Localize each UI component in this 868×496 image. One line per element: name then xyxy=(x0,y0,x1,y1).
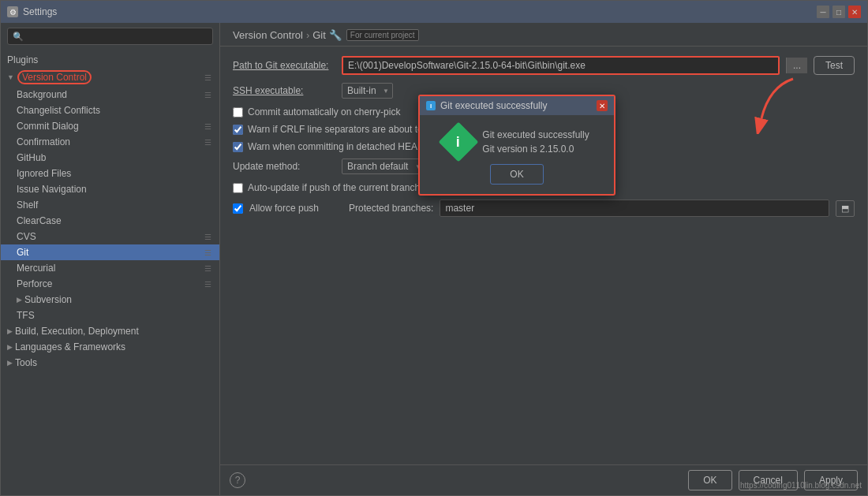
watermark: https://coding0110lin.blog.csdn.net xyxy=(740,481,862,490)
tools-arrow: ▶ xyxy=(7,359,13,367)
sidebar-item-tools[interactable]: ▶ Tools xyxy=(1,355,219,371)
project-badge: For current project xyxy=(346,29,419,41)
content-area: 🔍 Plugins ▼ Version Control ☰ Background… xyxy=(1,23,867,495)
sidebar-item-shelf[interactable]: Shelf xyxy=(1,197,219,213)
build-arrow: ▶ xyxy=(7,327,13,335)
title-bar: ⚙ Settings ─ □ ✕ xyxy=(1,1,867,23)
git-dialog-title-bar: I Git executed successfully ✕ xyxy=(420,96,614,115)
main-content: Version Control › Git 🔧 For current proj… xyxy=(220,23,867,495)
search-input[interactable] xyxy=(27,31,208,42)
git-dialog: I Git executed successfully ✕ i Git exec… xyxy=(418,95,615,196)
window-title: Settings xyxy=(23,6,57,17)
protected-branches-input[interactable] xyxy=(440,200,829,217)
main-header: Version Control › Git 🔧 For current proj… xyxy=(220,23,867,47)
protected-branches-label: Protected branches: xyxy=(349,203,433,214)
breadcrumb-root: Version Control xyxy=(233,29,303,41)
plugins-label: Plugins xyxy=(1,50,219,68)
update-method-select[interactable]: Branch default xyxy=(342,158,425,174)
sidebar-item-mercurial[interactable]: Mercurial ☰ xyxy=(1,260,219,276)
git-icon: ☰ xyxy=(202,247,213,258)
allow-force-push-checkbox[interactable] xyxy=(233,203,243,214)
force-push-protected-row: Allow force push Protected branches: ⬒ xyxy=(233,200,855,217)
dialog-text: Git executed successfully Git version is… xyxy=(482,128,589,156)
title-bar-left: ⚙ Settings xyxy=(7,6,57,17)
ssh-select[interactable]: Built-in xyxy=(342,83,393,99)
search-box[interactable]: 🔍 xyxy=(7,28,213,45)
sidebar-item-changelist-conflicts[interactable]: Changelist Conflicts xyxy=(1,103,219,118)
sidebar-item-version-control[interactable]: ▼ Version Control ☰ xyxy=(1,68,219,87)
bottom-left: ? xyxy=(230,472,245,488)
settings-window: ⚙ Settings ─ □ ✕ 🔍 Plugins ▼ Version Con… xyxy=(0,0,868,496)
bottom-bar: ? OK Cancel Apply xyxy=(220,464,867,495)
settings-icon: ⚙ xyxy=(7,6,18,17)
sidebar-item-tfs[interactable]: TFS xyxy=(1,308,219,323)
path-label: Path to Git executable: xyxy=(233,60,335,71)
test-button[interactable]: Test xyxy=(814,56,855,75)
git-dialog-close-button[interactable]: ✕ xyxy=(597,100,608,111)
settings-icon-header: 🔧 xyxy=(329,29,342,41)
title-bar-controls: ─ □ ✕ xyxy=(817,6,861,18)
close-button[interactable]: ✕ xyxy=(848,6,861,18)
breadcrumb-current: Git xyxy=(312,29,326,41)
languages-arrow: ▶ xyxy=(7,343,13,351)
expand-arrow-vc: ▼ xyxy=(7,73,14,81)
path-input-container xyxy=(342,56,780,75)
auto-update-checkbox[interactable] xyxy=(233,183,243,193)
sidebar-item-github[interactable]: GitHub xyxy=(1,150,219,166)
sidebar-item-ignored-files[interactable]: Ignored Files xyxy=(1,166,219,181)
cvs-icon: ☰ xyxy=(202,231,213,242)
bg-icon: ☰ xyxy=(202,89,213,100)
ssh-select-wrapper: Built-in xyxy=(342,83,393,99)
commit-cherry-pick-checkbox[interactable] xyxy=(233,107,243,117)
git-dialog-title-left: I Git executed successfully xyxy=(426,100,547,111)
search-icon: 🔍 xyxy=(13,32,24,42)
minimize-button[interactable]: ─ xyxy=(817,6,829,18)
git-dialog-icon: I xyxy=(426,101,436,110)
path-row: Path to Git executable: ... Test xyxy=(233,56,855,75)
git-dialog-title-text: Git executed successfully xyxy=(440,100,547,111)
sidebar-item-clearcase[interactable]: ClearCase xyxy=(1,213,219,229)
sidebar-item-background[interactable]: Background ☰ xyxy=(1,87,219,103)
sidebar: 🔍 Plugins ▼ Version Control ☰ Background… xyxy=(1,23,220,495)
dialog-ok-button[interactable]: OK xyxy=(490,164,543,185)
sidebar-item-languages[interactable]: ▶ Languages & Frameworks xyxy=(1,339,219,355)
success-check: i xyxy=(457,133,461,150)
commit-dialog-icon: ☰ xyxy=(202,121,213,132)
subversion-arrow: ▶ xyxy=(17,296,22,304)
perforce-icon: ☰ xyxy=(202,278,213,289)
git-dialog-body: i Git executed successfully Git version … xyxy=(420,115,614,194)
sidebar-item-subversion[interactable]: ▶ Subversion xyxy=(1,292,219,308)
sidebar-item-cvs[interactable]: CVS ☰ xyxy=(1,229,219,244)
confirmation-icon: ☰ xyxy=(202,136,213,147)
breadcrumb: Version Control › Git 🔧 xyxy=(233,29,342,41)
maximize-button[interactable]: □ xyxy=(832,6,845,18)
version-control-label: Version Control xyxy=(17,70,92,84)
sidebar-item-build[interactable]: ▶ Build, Execution, Deployment xyxy=(1,323,219,339)
sidebar-item-issue-navigation[interactable]: Issue Navigation xyxy=(1,181,219,197)
sidebar-item-commit-dialog[interactable]: Commit Dialog ☰ xyxy=(1,118,219,134)
ssh-label: SSH executable: xyxy=(233,85,335,96)
commit-cherry-pick-label: Commit automatically on cherry-pick xyxy=(248,106,400,117)
vc-settings-icon: ☰ xyxy=(202,72,213,83)
update-method-label: Update method: xyxy=(233,161,335,172)
dialog-message-line2: Git version is 2.15.0.0 xyxy=(482,142,589,156)
sidebar-item-perforce[interactable]: Perforce ☰ xyxy=(1,276,219,292)
protected-branches-button[interactable]: ⬒ xyxy=(836,200,855,217)
breadcrumb-separator: › xyxy=(306,29,309,41)
path-input[interactable] xyxy=(343,58,778,73)
dialog-content-row: i Git executed successfully Git version … xyxy=(444,128,589,156)
dialog-message-line1: Git executed successfully xyxy=(482,128,589,142)
warn-detached-checkbox[interactable] xyxy=(233,142,243,152)
sidebar-item-confirmation[interactable]: Confirmation ☰ xyxy=(1,134,219,150)
success-diamond-icon: i xyxy=(439,122,479,162)
dots-button[interactable]: ... xyxy=(786,58,807,73)
ok-button[interactable]: OK xyxy=(688,470,731,490)
mercurial-icon: ☰ xyxy=(202,263,213,274)
help-button[interactable]: ? xyxy=(230,472,245,488)
sidebar-item-git[interactable]: Git ☰ xyxy=(1,244,219,260)
warn-crlf-checkbox[interactable] xyxy=(233,125,243,135)
allow-force-push-label: Allow force push xyxy=(249,203,319,214)
update-select-wrapper: Branch default xyxy=(342,158,425,174)
